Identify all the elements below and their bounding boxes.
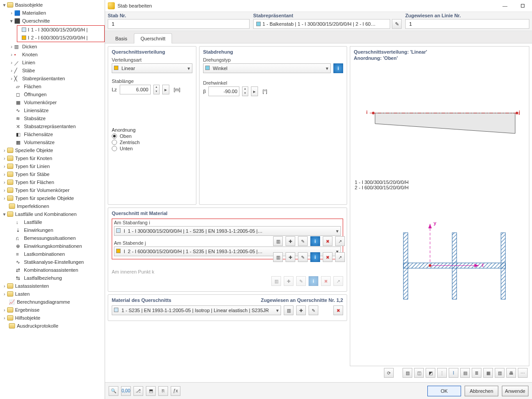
tree-linien[interactable]: ›／Linien: [0, 59, 105, 66]
new-button[interactable]: ✚: [286, 252, 295, 262]
script-button[interactable]: ƒx: [171, 386, 180, 396]
radio-zentrisch[interactable]: Zentrisch: [112, 140, 192, 145]
view-section-button[interactable]: I: [449, 368, 458, 378]
apply-button[interactable]: Anwende: [502, 386, 528, 396]
info-button[interactable]: i: [310, 252, 320, 262]
tree-typvol[interactable]: ›Typen für Volumenkörper: [0, 186, 105, 194]
tree-lf[interactable]: ↓Lastfälle: [0, 218, 105, 226]
tree-typlinien[interactable]: ›Typen für Linien: [0, 162, 105, 170]
copy-button[interactable]: ⎘: [158, 386, 168, 396]
assigned-input[interactable]: [405, 19, 529, 29]
tree-materialien[interactable]: ›🟦Materialien: [0, 9, 105, 17]
tab-basis[interactable]: Basis: [109, 33, 134, 43]
view-grid-button[interactable]: ▦: [483, 368, 493, 378]
tree-staebe[interactable]: ›╱Stäbe: [0, 66, 105, 74]
delete-button[interactable]: ✖: [333, 305, 343, 315]
tree-stabsatzrep[interactable]: ⤨Stabsatzrepräsentanten: [0, 122, 105, 130]
tree-bemessungs[interactable]: ⎌Bemessungssituationen: [0, 234, 105, 242]
tree-cs-1[interactable]: I1 - I 300/300/15/20/0/0/H |: [18, 26, 103, 34]
info-button[interactable]: i: [333, 63, 343, 73]
view-dim-button[interactable]: ⋮: [437, 368, 447, 378]
tree-lastkomb[interactable]: ≡Lastkombinationen: [0, 250, 105, 258]
tree-imperf[interactable]: Imperfektionen: [0, 202, 105, 210]
edit-button[interactable]: ✎: [298, 252, 308, 262]
lz-input[interactable]: 6.000: [120, 85, 151, 94]
tree-lastass[interactable]: ›Lastassistenten: [0, 282, 105, 290]
library-button[interactable]: ▥: [273, 236, 283, 246]
navigator-tree[interactable]: ▾Basisobjekte ›🟦Materialien ▾⬛Querschnit…: [0, 0, 105, 399]
model-button[interactable]: ⎇: [133, 386, 143, 396]
tree-oeffnungen[interactable]: ◻Öffnungen: [0, 90, 105, 98]
units-button[interactable]: 0,00: [121, 386, 131, 396]
tree-typflaechen[interactable]: ›Typen für Flächen: [0, 178, 105, 186]
maximize-button[interactable]: [516, 2, 529, 10]
pick-button[interactable]: ↗: [335, 236, 345, 246]
tree-basisobjekte[interactable]: ▾Basisobjekte: [0, 1, 105, 9]
stabnr-input[interactable]: [108, 19, 250, 29]
tree-lfkomb[interactable]: ▾Lastfälle und Kombinationen: [0, 210, 105, 218]
minimize-button[interactable]: —: [498, 2, 512, 10]
tree-stabrep[interactable]: ›╳Stabrepräsentanten: [0, 74, 105, 82]
tree-berechn[interactable]: 📈Berechnungsdiagramme: [0, 298, 105, 306]
start-section-combo[interactable]: I 1 - I 300/300/15/20/0/0/H | 1 - S235 |…: [114, 226, 341, 236]
tree-typknoten[interactable]: ›Typen für Knoten: [0, 154, 105, 162]
view-color-button[interactable]: ▥: [495, 368, 505, 378]
tree-liniensaetze[interactable]: ∿Liniensätze: [0, 106, 105, 114]
tree-lasten[interactable]: ›Lasten: [0, 290, 105, 298]
tree-ergebnisse[interactable]: ›Ergebnisse: [0, 306, 105, 314]
pick-button[interactable]: ↗: [335, 252, 345, 262]
new-button[interactable]: ✚: [286, 236, 295, 246]
tree-flaechensaetze[interactable]: ◧Flächensätze: [0, 130, 105, 138]
edit-button[interactable]: ✎: [298, 236, 308, 246]
view-local-button[interactable]: ◫: [414, 368, 424, 378]
reset-view-button[interactable]: ⟳: [384, 368, 394, 378]
tree-volumen[interactable]: ▦Volumenkörper: [0, 98, 105, 106]
tree-kombass[interactable]: ⇄Kombinationsassistenten: [0, 266, 105, 274]
tree-dicken[interactable]: ›▥Dicken: [0, 43, 105, 51]
info-button[interactable]: i: [310, 236, 320, 246]
tree-einw[interactable]: ⇣Einwirkungen: [0, 226, 105, 234]
verteilungsart-combo[interactable]: Linear▾: [112, 63, 192, 73]
lz-stepper[interactable]: ▴▾: [153, 85, 160, 94]
tree-querschnitte[interactable]: ▾⬛Querschnitte: [0, 17, 105, 25]
tree-typspezielle[interactable]: ›Typen für spezielle Objekte: [0, 194, 105, 202]
delete-button[interactable]: ✖: [323, 252, 332, 262]
lz-spin[interactable]: ▸: [162, 85, 169, 94]
tree-knoten[interactable]: ›•Knoten: [0, 51, 105, 59]
view-principal-button[interactable]: ◩: [426, 368, 435, 378]
new-button[interactable]: ✚: [296, 305, 306, 315]
material-combo[interactable]: 1 - S235 | EN 1993-1-1:2005-05 | Isotrop…: [112, 305, 281, 315]
beta-spin[interactable]: ▸: [251, 86, 258, 96]
beta-stepper[interactable]: ▴▾: [242, 86, 248, 96]
radio-oben[interactable]: Oben: [112, 133, 192, 139]
tree-protokolle[interactable]: Ausdruckprotokolle: [0, 322, 105, 330]
print-button[interactable]: 🖶: [506, 368, 516, 378]
tree-flaechen[interactable]: ▱Flächen: [0, 82, 105, 90]
view-render-button[interactable]: ▤: [460, 368, 470, 378]
delete-button[interactable]: ✖: [323, 236, 332, 246]
library-button[interactable]: ▥: [273, 252, 283, 262]
default-button[interactable]: ⬒: [146, 386, 156, 396]
tree-statik[interactable]: ∿Statikanalyse-Einstellungen: [0, 258, 105, 266]
stabrep-edit-button[interactable]: ✎: [392, 19, 402, 29]
drehungstyp-combo[interactable]: Winkel▾: [203, 63, 331, 73]
stabrep-input[interactable]: 1 - Balkenstab | 1 - I 300/300/15/20/0/0…: [253, 19, 390, 29]
tree-typstaebe[interactable]: ›Typen für Stäbe: [0, 170, 105, 178]
view-values-button[interactable]: ≣: [472, 368, 481, 378]
more-button[interactable]: ⋯: [518, 368, 528, 378]
radio-unten[interactable]: Unten: [112, 146, 192, 151]
tree-lfbez[interactable]: ⇆Lastfallbeziehung: [0, 274, 105, 282]
cancel-button[interactable]: Abbrechen: [465, 386, 498, 396]
edit-button[interactable]: ✎: [309, 305, 318, 315]
view-axes-button[interactable]: ▥: [403, 368, 412, 378]
tree-cs-2[interactable]: I2 - I 600/300/15/20/0/0/H |: [18, 34, 103, 42]
beta-input[interactable]: -90.00: [208, 86, 239, 96]
tree-einwkomb[interactable]: ⊕Einwirkungskombinationen: [0, 242, 105, 250]
tab-querschnitt[interactable]: Querschnitt: [134, 33, 172, 43]
ok-button[interactable]: OK: [427, 386, 461, 396]
library-button[interactable]: ▥: [284, 305, 293, 315]
tree-spezielle[interactable]: ›Spezielle Objekte: [0, 146, 105, 154]
help-button[interactable]: 🔍: [109, 386, 118, 396]
tree-hilfs[interactable]: ›Hilfsobjekte: [0, 314, 105, 322]
tree-stabsaetze[interactable]: ≋Stabsätze: [0, 114, 105, 122]
